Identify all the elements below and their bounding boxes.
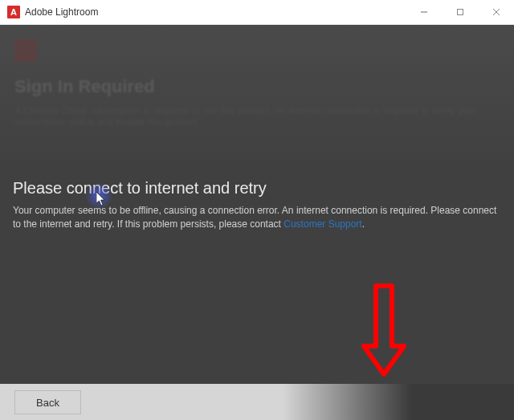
svg-rect-1: [457, 10, 463, 15]
content-area: Sign In Required A Creative Cloud subscr…: [0, 25, 514, 420]
background-dialog: Sign In Required A Creative Cloud subscr…: [0, 25, 514, 169]
window-controls: [406, 0, 514, 24]
titlebar: A Adobe Lightroom: [0, 0, 514, 25]
window-root: A Adobe Lightroom Sign In Required A Cre…: [0, 0, 514, 420]
error-title-text: Please connect to internet and retry: [13, 179, 267, 197]
background-dialog-body: A Creative Cloud subscription is require…: [14, 105, 500, 128]
window-title: Adobe Lightroom: [25, 6, 98, 18]
back-button[interactable]: Back: [14, 390, 81, 414]
minimize-button[interactable]: [406, 0, 442, 24]
footer-bar: Back: [0, 384, 514, 420]
background-dialog-title: Sign In Required: [14, 76, 500, 97]
error-body: Your computer seems to be offline, causi…: [13, 204, 501, 232]
error-title: Please connect to internet and retry: [13, 179, 501, 198]
error-dialog: Please connect to internet and retry You…: [0, 169, 514, 242]
maximize-button[interactable]: [442, 0, 478, 24]
app-icon: A: [7, 6, 20, 18]
customer-support-link[interactable]: Customer Support: [284, 218, 361, 230]
maximize-icon: [456, 8, 464, 16]
adobe-logo-icon: [14, 39, 37, 62]
error-body-pre: Your computer seems to be offline, causi…: [13, 205, 496, 230]
error-body-post: .: [362, 218, 365, 230]
minimize-icon: [420, 8, 428, 16]
close-icon: [492, 8, 500, 16]
close-button[interactable]: [478, 0, 514, 24]
